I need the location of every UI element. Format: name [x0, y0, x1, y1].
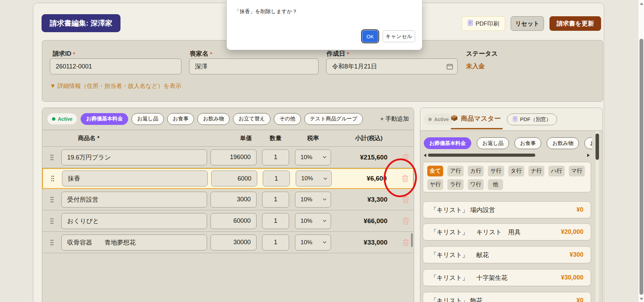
filter-ha-row[interactable]: ハ行	[548, 166, 564, 176]
tab-advances[interactable]: お立て替え	[233, 113, 270, 125]
reset-button[interactable]: リセット	[511, 16, 544, 31]
ok-button[interactable]: OK	[362, 30, 378, 42]
confirm-delete-dialog: 「抹香」を削除しますか？ OK キャンセル	[226, 0, 422, 50]
status-label: ステータス	[466, 49, 498, 58]
scroll-right-arrow[interactable]	[587, 154, 590, 157]
delete-item-button[interactable]	[398, 217, 414, 225]
trash-icon	[402, 239, 409, 246]
trash-icon	[402, 196, 409, 203]
tax-rate-select[interactable]: 10%	[295, 213, 331, 229]
update-invoice-button[interactable]: 請求書を更新	[549, 16, 601, 31]
created-date-input[interactable]	[326, 58, 458, 74]
tab-meals[interactable]: お食事	[167, 113, 194, 125]
family-name-input[interactable]	[189, 58, 319, 74]
drag-handle-icon[interactable]	[42, 154, 61, 161]
tax-rate-select[interactable]: 10%	[295, 192, 331, 208]
items-scrollbar-thumb[interactable]	[411, 233, 413, 247]
product-master-panel: Active 商品マスター PDF（別窓） お葬儀基本料金 お返し品 お食事 お…	[420, 108, 603, 302]
family-name-label: 喪家名*	[190, 49, 212, 58]
tab-test-group[interactable]: テスト商品グループ	[304, 113, 363, 125]
category-chip-return-gifts[interactable]: お返し品	[477, 137, 509, 149]
scroll-left-arrow[interactable]	[424, 154, 426, 157]
unit-price-input[interactable]	[211, 235, 257, 250]
tab-others[interactable]: その他	[274, 113, 301, 125]
filter-ra-row[interactable]: ラ行	[447, 179, 463, 190]
invoice-id-input[interactable]	[50, 58, 181, 74]
kana-filter-box: 全て ア行 カ行 サ行 タ行 ナ行 ハ行 マ行 ヤ行 ラ行 ワ行 他	[423, 162, 591, 192]
list-item[interactable]: 「キリスト」 飾花 ¥0	[423, 292, 591, 302]
pdf-new-window-button[interactable]: PDF（別窓）	[507, 113, 557, 125]
quantity-input[interactable]	[262, 192, 289, 208]
category-chip-funeral-basic[interactable]: お葬儀基本料金	[424, 137, 471, 149]
tax-rate-select[interactable]: 10%	[295, 149, 331, 165]
table-row: 10% ¥215,600	[42, 147, 414, 168]
filter-wa-row[interactable]: ワ行	[468, 179, 484, 190]
filter-ya-row[interactable]: ヤ行	[427, 179, 443, 190]
tab-funeral-basic[interactable]: お葬儀基本料金	[81, 113, 128, 125]
chevron-down-icon	[323, 177, 327, 180]
unit-price-input[interactable]	[211, 171, 257, 186]
cancel-button[interactable]: キャンセル	[383, 30, 415, 42]
list-item[interactable]: 「キリスト」 キリスト 用具 ¥20,000	[423, 223, 591, 240]
list-item[interactable]: 「キリスト」 場内設営 ¥0	[423, 201, 591, 218]
product-name: 「キリスト」 飾花	[430, 296, 483, 302]
filter-ka-row[interactable]: カ行	[468, 166, 484, 176]
category-chip-meals[interactable]: お食事	[515, 137, 541, 149]
table-row: 10% ¥3,300	[42, 189, 414, 210]
list-item[interactable]: 「キリスト」 献花 ¥300	[423, 246, 591, 263]
page-scrollbar-thumb[interactable]	[639, 39, 643, 295]
filter-sa-row[interactable]: サ行	[488, 166, 504, 176]
tax-rate-select[interactable]: 10%	[296, 171, 332, 186]
package-icon	[451, 115, 458, 123]
drag-handle-icon[interactable]	[42, 218, 61, 224]
delete-item-button[interactable]	[398, 196, 414, 203]
category-chip-drinks[interactable]: お飲み物	[547, 137, 579, 149]
category-hscrollbar-thumb[interactable]	[428, 154, 535, 157]
item-name-input[interactable]	[61, 213, 207, 229]
item-name-input[interactable]	[61, 149, 207, 165]
drag-handle-icon[interactable]	[42, 196, 61, 203]
add-manual-item-button[interactable]: + 手動追加	[380, 115, 409, 123]
active-status-badge-disabled: Active	[424, 113, 453, 125]
quantity-input[interactable]	[262, 149, 289, 165]
unit-price-input[interactable]	[211, 192, 257, 208]
scroll-down-arrow[interactable]	[640, 298, 643, 300]
tab-return-gifts[interactable]: お返し品	[132, 113, 164, 125]
tab-product-master[interactable]: 商品マスター	[451, 114, 501, 123]
master-category-chips: お葬儀基本料金 お返し品 お食事 お飲み物 お立て替え	[424, 137, 592, 149]
filter-other[interactable]: 他	[488, 179, 503, 190]
filter-all[interactable]: 全て	[427, 166, 443, 176]
document-icon	[513, 116, 517, 123]
product-price: ¥300	[570, 251, 583, 258]
master-scrollbar-thumb[interactable]	[596, 134, 599, 160]
quantity-input[interactable]	[262, 213, 289, 229]
tax-rate-select[interactable]: 10%	[295, 235, 331, 250]
item-name-input[interactable]	[61, 192, 207, 208]
unit-price-input[interactable]	[211, 213, 257, 229]
tab-drinks[interactable]: お飲み物	[197, 113, 230, 125]
pdf-print-button[interactable]: PDF印刷	[462, 16, 505, 31]
items-table-header: 商品名 * 単価 数量 税率 小計(税込)	[42, 130, 414, 147]
item-name-input[interactable]	[62, 171, 208, 186]
master-panel-header: Active 商品マスター PDF（別窓）	[420, 108, 602, 131]
category-chip-advances[interactable]: お立て替え	[584, 137, 592, 149]
detail-info-toggle[interactable]: ▼ 詳細情報（住所・担当者・故人名など）を表示	[50, 82, 181, 90]
delete-item-button[interactable]	[397, 175, 413, 182]
item-name-input[interactable]	[61, 235, 207, 250]
unit-price-input[interactable]	[211, 149, 257, 165]
green-dot-icon	[52, 117, 55, 121]
drag-handle-icon[interactable]	[43, 175, 62, 182]
drag-handle-icon[interactable]	[42, 239, 61, 246]
filter-a-row[interactable]: ア行	[447, 166, 463, 176]
delete-item-button[interactable]	[398, 154, 414, 161]
quantity-input[interactable]	[262, 235, 289, 250]
quantity-input[interactable]	[263, 171, 290, 186]
product-name: 「キリスト」 キリスト 用具	[430, 228, 520, 236]
filter-ma-row[interactable]: マ行	[569, 166, 585, 176]
filter-ta-row[interactable]: タ行	[508, 166, 524, 176]
filter-na-row[interactable]: ナ行	[528, 166, 544, 176]
scroll-up-arrow[interactable]	[640, 2, 643, 5]
col-header-name: 商品名 *	[61, 134, 207, 142]
page-scrollbar[interactable]	[638, 0, 644, 302]
list-item[interactable]: 「キリスト」 十字架生花 ¥30,000	[423, 269, 591, 286]
